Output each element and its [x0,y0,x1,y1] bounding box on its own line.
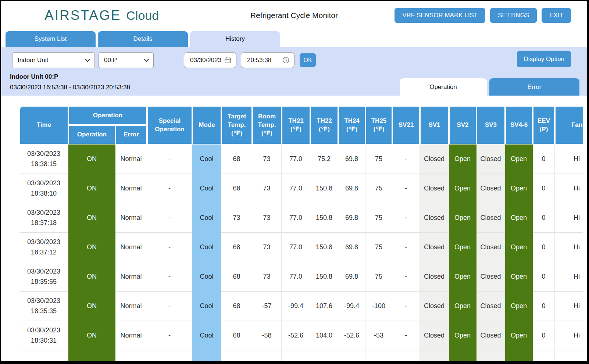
logo-brand: AIRSTAGE [44,8,121,23]
cell-eev: 0 [533,321,555,350]
cell-th25: 75 [365,174,392,203]
cell-target_temp: 68 [221,144,252,174]
unit-id-value: 00:P [104,57,117,64]
date-input[interactable]: 03/30/2023 [184,52,236,68]
cell-th24: 69.8 [338,174,365,203]
cell-sv1: Closed [420,144,449,174]
history-table-viewport[interactable]: Time Operation Special Operation Mode Ta… [19,106,583,362]
unit-type-select[interactable]: Indoor Unit [12,52,95,68]
cell-special_operation: - [147,321,192,350]
cell-sv3: Closed [476,262,505,292]
cell-target_temp [221,350,252,362]
chevron-down-icon [144,57,149,62]
cell-target_temp: 68 [221,174,252,203]
cell-sv1: Closed [420,292,449,321]
table-row: 03/30/2023 18:38:10ONNormal-Cool687377.0… [19,174,583,203]
cell-th21: -52.6 [282,321,310,350]
cell-error: Normal [115,233,147,262]
cell-operation: ON [68,233,115,262]
tab-system-list[interactable]: System List [6,31,96,47]
cell-th24: 69.8 [338,233,365,262]
cell-time: 03/30/2023 18:35:55 [19,262,68,292]
unit-id-select[interactable]: 00:P [99,52,154,68]
cell-sv1: Closed [420,203,449,233]
history-table: Time Operation Special Operation Mode Ta… [19,106,583,362]
vrf-sensor-mark-list-button[interactable]: VRF SENSOR MARK LIST [395,8,485,23]
cell-mode: Cool [192,292,221,321]
settings-button[interactable]: SETTINGS [490,8,537,23]
cell-th25: 75 [365,233,392,262]
cell-th25: 75 [365,203,392,233]
cell-mode: Cool [192,174,221,203]
cell-error: Normal [115,292,147,321]
tab-error[interactable]: Error [489,78,579,96]
cell-th24: 69.8 [338,144,365,174]
time-input[interactable]: 20:53:38 [241,52,294,68]
filter-row: Indoor Unit 00:P 03/30/2023 20:53:38 [12,52,316,68]
cell-eev [533,350,555,362]
cell-fan: Hi [555,144,583,174]
cell-th24: 69.8 [338,203,365,233]
cell-fan: Hi [555,292,583,321]
page-title: Refrigerant Cycle Monitor [250,11,338,20]
cell-mode: Cool [192,144,221,174]
col-header-sv21: SV21 [392,106,420,144]
cell-sv1: Closed [420,174,449,203]
cell-room_temp: 73 [252,144,282,174]
cell-th21: 77.0 [282,233,310,262]
col-header-th22: TH22 (℉) [310,106,338,144]
cell-sv21: - [392,203,420,233]
cell-sv2: Open [449,350,476,362]
cell-eev: 0 [533,144,555,174]
cell-target_temp: 68 [221,292,252,321]
table-row: 03/30/2023 18:37:12ONNormal-Cool687377.0… [19,233,583,262]
cell-sv46: Open [505,174,533,203]
cell-fan: Hi [555,233,583,262]
date-value: 03/30/2023 [190,57,221,64]
cell-th25 [365,350,392,362]
cell-time [19,350,68,362]
cell-special_operation [147,350,192,362]
cell-sv2: Open [449,174,476,203]
top-header: AIRSTAGE Cloud Refrigerant Cycle Monitor… [1,1,587,30]
col-header-target-temp: Target Temp. (℉) [221,106,252,144]
cell-time: 03/30/2023 18:35:35 [19,292,68,321]
cell-room_temp [252,350,282,362]
cell-sv46: Open [505,233,533,262]
cell-th25: -53 [365,321,392,350]
cell-mode: Cool [192,233,221,262]
tab-history[interactable]: History [190,31,280,47]
cell-target_temp: 68 [221,262,252,292]
cell-th21 [282,350,310,362]
cell-sv3: Closed [476,203,505,233]
cell-sv1: Closed [420,262,449,292]
cell-sv3: Closed [476,233,505,262]
ok-button[interactable]: OK [300,53,316,67]
cell-sv3: Closed [476,174,505,203]
cell-mode: Cool [192,321,221,350]
col-header-sv4-6: SV4-6 [505,106,533,144]
cell-error [115,350,147,362]
cell-error: Normal [115,203,147,233]
cell-special_operation: - [147,203,192,233]
cell-fan: Hi [555,321,583,350]
tab-operation[interactable]: Operation [400,78,487,96]
cell-time: 03/30/2023 18:30:31 [19,321,68,350]
cell-sv21 [392,350,420,362]
col-header-operation-group: Operation [68,106,147,125]
logo-suffix: Cloud [126,8,159,23]
col-header-th25: TH25 (℉) [365,106,392,144]
cell-room_temp: 73 [252,262,282,292]
table-row: 03/30/2023 18:35:35ONNormal-Cool68-57-99… [19,292,583,321]
exit-button[interactable]: EXIT [542,8,571,23]
cell-room_temp: -58 [252,321,282,350]
cell-th22: 75.2 [310,144,338,174]
cell-special_operation: - [147,174,192,203]
cell-th24: -99.4 [338,292,365,321]
display-option-button[interactable]: Display Option [517,51,571,67]
cell-sv3: Closed [476,144,505,174]
cell-target_temp: 68 [221,321,252,350]
col-header-mode: Mode [192,106,221,144]
tab-details[interactable]: Details [98,31,188,47]
cell-th21: 77.0 [282,144,310,174]
